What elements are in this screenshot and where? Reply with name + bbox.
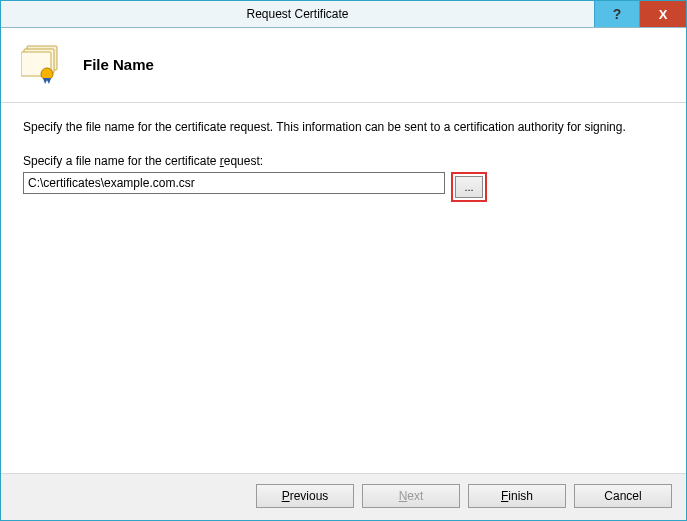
page-title: File Name — [83, 56, 154, 73]
window-title: Request Certificate — [1, 1, 594, 27]
field-label: Specify a file name for the certificate … — [23, 154, 664, 168]
browse-highlight: ... — [451, 172, 487, 202]
titlebar: Request Certificate ? X — [1, 1, 686, 28]
file-field-row: ... — [23, 172, 664, 202]
dialog-window: Request Certificate ? X File Name Specif… — [0, 0, 687, 521]
footer-buttons: Previous Next Finish Cancel — [1, 473, 686, 520]
description-text: Specify the file name for the certificat… — [23, 119, 664, 136]
close-button[interactable]: X — [640, 1, 686, 27]
browse-button[interactable]: ... — [455, 176, 483, 198]
previous-button[interactable]: Previous — [256, 484, 354, 508]
cancel-button[interactable]: Cancel — [574, 484, 672, 508]
help-button[interactable]: ? — [594, 1, 640, 27]
titlebar-buttons: ? X — [594, 1, 686, 27]
header: File Name — [1, 28, 686, 103]
content-area: Specify the file name for the certificat… — [1, 103, 686, 473]
finish-button[interactable]: Finish — [468, 484, 566, 508]
file-path-input[interactable] — [23, 172, 445, 194]
next-button: Next — [362, 484, 460, 508]
certificate-icon — [21, 44, 65, 84]
